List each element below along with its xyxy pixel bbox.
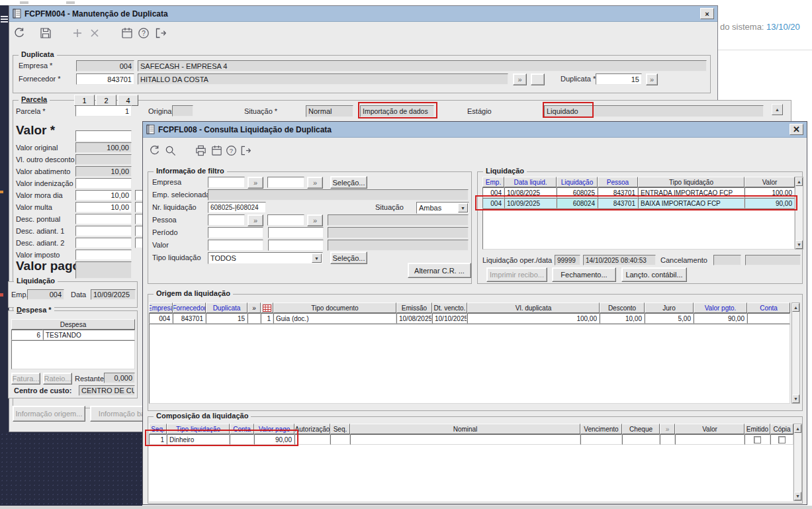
emitido-checkbox[interactable] xyxy=(754,436,761,443)
header-cell[interactable]: Valor pago xyxy=(254,424,294,434)
header-cell[interactable]: » xyxy=(660,424,675,434)
fcpfl008-close-icon[interactable]: ✕ xyxy=(789,124,803,135)
cell[interactable]: 10/10/2025 xyxy=(432,313,467,324)
cell[interactable]: 608024 xyxy=(557,198,598,208)
header-cell[interactable]: Juro xyxy=(645,302,694,313)
scroll-down-icon[interactable]: ▼ xyxy=(795,240,803,249)
cell[interactable] xyxy=(747,313,790,324)
cell[interactable]: 004 xyxy=(149,313,173,324)
search-icon[interactable] xyxy=(163,143,177,158)
help-icon[interactable]: ? xyxy=(136,26,151,40)
desc-pontual-field[interactable] xyxy=(75,214,132,224)
add-icon[interactable] xyxy=(70,26,85,40)
header-cell[interactable]: Desconto xyxy=(600,302,645,313)
scroll-down-icon[interactable]: ▼ xyxy=(792,394,799,403)
valor-from-input[interactable] xyxy=(208,240,263,251)
situacao-combo[interactable]: Ambas ▼ xyxy=(416,202,469,214)
scrollbar[interactable]: ▲ ▼ xyxy=(795,177,803,250)
header-cell[interactable]: Seq. xyxy=(330,424,350,434)
cell[interactable]: 100,00 xyxy=(744,187,795,198)
undo-icon[interactable] xyxy=(12,26,26,40)
scroll-up-icon[interactable]: ▲ xyxy=(795,177,803,186)
parcela-tab-1[interactable]: 1 xyxy=(74,95,95,106)
header-cell[interactable]: Tipo liquidação xyxy=(167,424,230,434)
header-cell[interactable]: Nominal xyxy=(350,424,580,434)
tipo-liquidacao-combo[interactable]: TODOS ▼ xyxy=(208,252,323,264)
cell[interactable]: 10,00 xyxy=(600,313,645,324)
pessoa-from-input[interactable] xyxy=(208,214,245,226)
header-cell[interactable]: » xyxy=(248,302,261,313)
imprimir-recibo-button[interactable]: Imprimir recibo... xyxy=(486,267,547,282)
cell[interactable]: Guia (doc.) xyxy=(273,313,396,324)
cell[interactable]: 90,00 xyxy=(254,434,294,445)
copia-checkbox-cell[interactable] xyxy=(770,434,793,445)
periodo-from-input[interactable] xyxy=(208,227,263,238)
chevron-down-icon[interactable]: ▼ xyxy=(458,203,468,212)
cell[interactable]: 15 xyxy=(206,313,248,324)
pessoa-to-input[interactable] xyxy=(267,214,304,226)
header-cell[interactable]: Cheque xyxy=(622,424,660,434)
cell[interactable] xyxy=(675,434,744,445)
valor-indenizacao-field[interactable] xyxy=(75,178,132,189)
empresa-from-browse-button[interactable]: » xyxy=(248,177,263,189)
header-cell[interactable]: Liquidação xyxy=(557,177,598,187)
valor-multa-field[interactable]: 10,00 xyxy=(75,202,132,212)
header-cell[interactable]: Empresa xyxy=(149,302,173,313)
fornecedor-extra-button[interactable] xyxy=(531,73,545,85)
header-cell[interactable]: Duplicata xyxy=(206,302,248,313)
header-cell[interactable]: Fornecedor xyxy=(173,302,206,313)
header-cell[interactable]: Valor pgto. xyxy=(694,302,747,313)
hamburger-menu-icon[interactable] xyxy=(1,16,8,23)
fatura-button[interactable]: Fatura... xyxy=(11,373,40,385)
empresa-selecao-button[interactable]: Seleção... xyxy=(330,176,367,189)
cell[interactable] xyxy=(248,313,261,324)
header-cell[interactable]: Conta xyxy=(230,424,254,434)
cell[interactable]: 843701 xyxy=(598,187,638,198)
cell[interactable]: 10/08/2025 xyxy=(504,187,557,198)
valor-mora-dia-field[interactable]: 10,00 xyxy=(75,190,132,201)
informacao-origem-button[interactable]: Informação origem... xyxy=(13,406,85,422)
scroll-up-icon[interactable]: ▲ xyxy=(772,104,783,115)
cell[interactable] xyxy=(294,434,330,445)
scrollbar[interactable]: ▲ ▼ xyxy=(793,424,802,501)
header-cell[interactable]: Tipo documento xyxy=(273,302,396,313)
cell[interactable]: 100,00 xyxy=(467,313,600,324)
duplicata-browse-button[interactable]: » xyxy=(646,73,658,85)
lancto-contabil-button[interactable]: Lançto. contábil... xyxy=(621,267,687,282)
cell[interactable]: 843701 xyxy=(173,313,206,324)
help-icon[interactable]: ? xyxy=(224,143,238,158)
header-cell[interactable]: Valor xyxy=(744,177,795,187)
cell[interactable]: 004 xyxy=(482,187,504,198)
header-cell[interactable]: Emp. xyxy=(482,177,504,187)
save-icon[interactable] xyxy=(38,26,53,40)
header-cell[interactable]: Vl. duplicata xyxy=(467,302,600,313)
cell[interactable] xyxy=(580,434,622,445)
empresa-to-input[interactable] xyxy=(267,177,304,188)
cell[interactable]: BAIXA IMPORTACAO FCP xyxy=(638,198,744,208)
fcpfl008-titlebar[interactable]: FCPFL008 - Consulta Liquidação de Duplic… xyxy=(143,122,807,138)
emitido-checkbox-cell[interactable] xyxy=(744,434,770,445)
header-cell[interactable]: Cópia xyxy=(770,424,793,434)
empresa-from-input[interactable] xyxy=(208,177,245,188)
cell[interactable]: 90,00 xyxy=(744,198,795,208)
delete-icon[interactable] xyxy=(87,26,102,40)
desc-adiant1-field[interactable] xyxy=(75,226,132,236)
table-row-selected[interactable]: 004 10/09/2025 608024 843701 BAIXA IMPOR… xyxy=(482,198,795,208)
valor-to-input[interactable] xyxy=(268,240,324,251)
header-cell[interactable]: Vencimento xyxy=(580,424,622,434)
periodo-to-input[interactable] xyxy=(268,227,324,238)
cell[interactable] xyxy=(230,434,254,445)
valor-field[interactable] xyxy=(75,130,132,142)
grid-icon-header-cell[interactable] xyxy=(261,302,273,313)
cell[interactable] xyxy=(330,434,350,445)
alternar-cr-button[interactable]: Alternar C.R. ... xyxy=(408,263,471,278)
header-cell[interactable]: Tipo liquidação xyxy=(638,177,744,187)
cell[interactable]: 1 xyxy=(261,313,273,324)
pessoa-to-browse-button[interactable]: » xyxy=(307,214,323,226)
cell[interactable]: 004 xyxy=(482,198,504,208)
cell[interactable]: 1 xyxy=(149,434,167,445)
despesa-name-cell[interactable]: TESTANDO xyxy=(43,330,135,340)
fechamento-button[interactable]: Fechamento... xyxy=(552,267,616,282)
fcpfm004-titlebar[interactable]: FCPFM004 - Manutenção de Duplicata × xyxy=(9,6,717,22)
rateio-button[interactable]: Rateio... xyxy=(43,373,72,385)
